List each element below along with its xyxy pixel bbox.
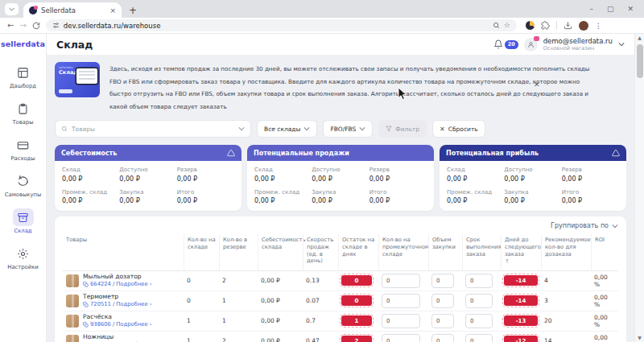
- scrollbar[interactable]: ▲ ▼: [634, 34, 644, 342]
- details-link[interactable]: Подробнее: [116, 301, 147, 308]
- x-icon: ✕: [440, 126, 445, 133]
- col-header-recommended[interactable]: Рекомендуемое кол-во для дозаказа: [541, 234, 591, 271]
- reset-button[interactable]: ✕ Сбросить: [432, 120, 485, 138]
- download-icon[interactable]: [564, 21, 572, 30]
- scrollbar-thumb[interactable]: [637, 44, 643, 78]
- wallet-icon: [17, 139, 29, 151]
- col-header-roi[interactable]: ROI: [591, 234, 618, 271]
- copy-icon[interactable]: [83, 302, 89, 307]
- stock-days-badge: 2: [341, 336, 372, 342]
- banner-close-icon[interactable]: ✕: [534, 80, 540, 89]
- purchase-volume-input[interactable]: [431, 314, 454, 328]
- back-button[interactable]: ←: [7, 22, 14, 30]
- site-info-icon[interactable]: [52, 22, 60, 29]
- gear-icon: [17, 248, 29, 260]
- scroll-up-icon[interactable]: ▲: [638, 35, 642, 40]
- sidebar-item-settings[interactable]: Настройки: [0, 240, 46, 276]
- col-header-reserve[interactable]: Кол-во в резерве: [219, 234, 258, 271]
- browser-tabstrip: Sellerdata × + – ▢ ✕: [0, 0, 644, 18]
- intermediate-qty-input[interactable]: [382, 294, 420, 308]
- col-header-days-to-order[interactable]: Дней до следующего заказа↑: [501, 234, 541, 271]
- forward-button[interactable]: →: [19, 22, 26, 30]
- zoom-icon[interactable]: [493, 22, 500, 29]
- col-header-products[interactable]: Товары: [63, 234, 184, 271]
- intermediate-qty-input[interactable]: [382, 274, 420, 288]
- search-input[interactable]: [72, 126, 234, 133]
- stock-days-badge: 0: [341, 295, 372, 306]
- article-link[interactable]: 664224: [90, 281, 111, 288]
- copy-icon[interactable]: [83, 282, 89, 287]
- app-header: Склад 20 demo@sellerdata.ru Основной маг…: [47, 34, 634, 55]
- sidebar-item-expenses[interactable]: Расходы: [0, 131, 46, 167]
- tab-search-button[interactable]: [5, 3, 19, 15]
- purchase-volume-input[interactable]: [431, 294, 454, 308]
- browser-tab[interactable]: Sellerdata ×: [23, 2, 122, 18]
- video-thumbnail[interactable]: sellerdata Склад: [55, 62, 100, 97]
- extension-icon[interactable]: [526, 21, 535, 30]
- account-info[interactable]: demo@sellerdata.ru Основной магазин: [543, 37, 613, 52]
- screen: Sellerdata × + – ▢ ✕ ← → dev.sellerdata.…: [0, 0, 644, 342]
- col-header-cost[interactable]: Себестоимость склада: [258, 234, 303, 271]
- col-header-intermediate[interactable]: Кол-во на промежуточном складе: [378, 234, 428, 271]
- days-to-order-badge: -13: [504, 315, 538, 326]
- url-text: dev.sellerdata.ru/warehouse: [64, 22, 489, 30]
- warehouses-dropdown[interactable]: Все склады: [257, 120, 317, 138]
- maximize-button[interactable]: ▢: [607, 5, 614, 13]
- browser-menu-icon[interactable]: ⋮: [595, 22, 602, 30]
- group-by-dropdown[interactable]: Группировать по: [63, 220, 618, 234]
- chevron-down-icon: [303, 126, 310, 131]
- page-title: Склад: [56, 39, 93, 51]
- product-name: Ножницы: [83, 333, 151, 341]
- purchase-volume-input[interactable]: [431, 334, 454, 342]
- details-link[interactable]: Подробнее: [116, 281, 147, 288]
- reload-button[interactable]: [32, 22, 40, 30]
- sidebar-item-buybacks[interactable]: Самовыкупы: [0, 167, 46, 204]
- browser-profile-avatar[interactable]: [579, 21, 588, 31]
- intermediate-qty-input[interactable]: [382, 314, 420, 328]
- intermediate-qty-input[interactable]: [382, 334, 420, 342]
- address-bar[interactable]: dev.sellerdata.ru/warehouse ☆: [46, 19, 517, 31]
- details-arrow-icon: ›: [150, 301, 152, 308]
- lead-time-input[interactable]: [465, 274, 493, 288]
- scroll-down-icon[interactable]: ▼: [638, 336, 642, 340]
- purchase-volume-input[interactable]: [431, 274, 454, 288]
- extensions-puzzle-icon[interactable]: [541, 21, 550, 30]
- lead-time-input[interactable]: [465, 294, 493, 308]
- table-row: Мыльный дозатор 664224 / Подробнее ›: [63, 271, 184, 291]
- lead-time-input[interactable]: [465, 334, 493, 342]
- col-header-purchase[interactable]: Объем закупки: [428, 234, 462, 271]
- col-header-speed[interactable]: Скорость продаж (ед. в день): [303, 234, 338, 271]
- col-header-days-stock[interactable]: Остаток на складе в днях: [338, 234, 378, 271]
- notifications-button[interactable]: 20: [493, 39, 518, 49]
- product-image: [66, 315, 79, 328]
- col-header-stock[interactable]: Кол-во на складе: [184, 234, 219, 271]
- sort-asc-icon[interactable]: ↑: [505, 258, 538, 266]
- new-tab-button[interactable]: +: [129, 6, 137, 15]
- warning-triangle-icon[interactable]: [612, 149, 620, 157]
- details-link[interactable]: Подробнее: [116, 321, 147, 328]
- bookmark-star-icon[interactable]: ☆: [504, 22, 510, 29]
- tab-close-icon[interactable]: ×: [109, 6, 116, 14]
- avatar[interactable]: [524, 38, 538, 52]
- fbo-fbs-dropdown[interactable]: FBO/FBS: [323, 120, 373, 138]
- article-link[interactable]: 938606: [90, 321, 111, 328]
- close-button[interactable]: ✕: [627, 5, 634, 13]
- col-header-lead-time[interactable]: Срок выполнения заказа: [462, 234, 501, 271]
- product-image: [66, 274, 79, 287]
- filter-button[interactable]: Фильтр: [378, 120, 427, 138]
- chevron-down-icon: [359, 126, 365, 131]
- chevron-down-icon[interactable]: [618, 42, 625, 47]
- lead-time-input[interactable]: [465, 314, 493, 328]
- warning-triangle-icon[interactable]: [227, 149, 235, 157]
- app-logo[interactable]: sellerdata: [1, 39, 45, 48]
- copy-icon[interactable]: [83, 322, 89, 328]
- search-box[interactable]: [55, 120, 251, 138]
- sidebar-item-products[interactable]: Товары: [0, 95, 46, 131]
- article-link[interactable]: 720511: [90, 301, 111, 308]
- tab-title: Sellerdata: [41, 6, 105, 14]
- sidebar-item-warehouse[interactable]: Склад: [0, 204, 46, 240]
- product-name: Термометр: [83, 293, 151, 301]
- minimize-button[interactable]: –: [589, 5, 593, 13]
- sidebar: sellerdata Дашборд Товары Расходы Самовы…: [0, 34, 47, 342]
- sidebar-item-dashboard[interactable]: Дашборд: [0, 59, 46, 95]
